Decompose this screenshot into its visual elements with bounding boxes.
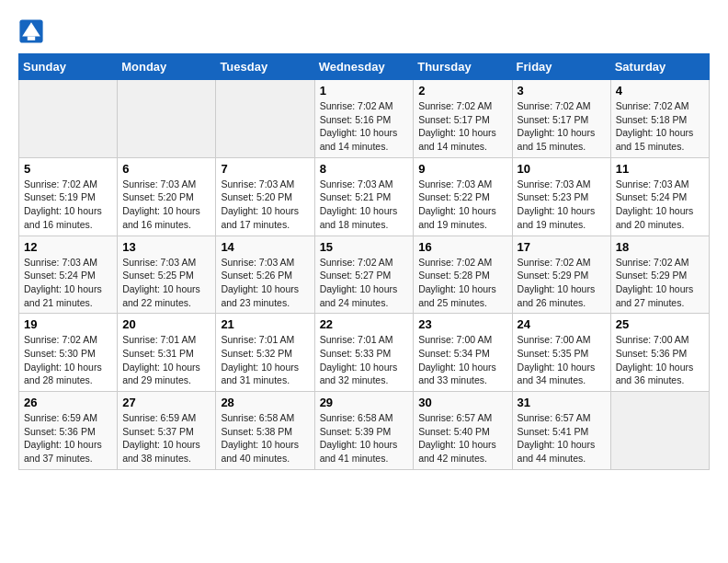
calendar-day-cell: 25Sunrise: 7:00 AM Sunset: 5:36 PM Dayli… xyxy=(610,314,709,392)
day-info: Sunrise: 6:58 AM Sunset: 5:38 PM Dayligh… xyxy=(221,411,309,465)
calendar-day-cell: 16Sunrise: 7:02 AM Sunset: 5:28 PM Dayli… xyxy=(414,236,512,314)
day-info: Sunrise: 7:01 AM Sunset: 5:31 PM Dayligh… xyxy=(122,333,210,387)
calendar-day-cell: 20Sunrise: 7:01 AM Sunset: 5:31 PM Dayli… xyxy=(118,314,216,392)
calendar-day-cell xyxy=(610,392,709,470)
day-number: 27 xyxy=(122,396,210,409)
day-info: Sunrise: 7:02 AM Sunset: 5:18 PM Dayligh… xyxy=(616,99,704,154)
calendar-day-cell: 21Sunrise: 7:01 AM Sunset: 5:32 PM Dayli… xyxy=(216,314,314,392)
day-info: Sunrise: 7:03 AM Sunset: 5:22 PM Dayligh… xyxy=(418,178,506,232)
day-number: 28 xyxy=(221,396,309,409)
calendar-day-cell: 18Sunrise: 7:02 AM Sunset: 5:29 PM Dayli… xyxy=(610,236,709,314)
calendar-day-cell: 13Sunrise: 7:03 AM Sunset: 5:25 PM Dayli… xyxy=(118,236,216,314)
day-info: Sunrise: 7:02 AM Sunset: 5:27 PM Dayligh… xyxy=(320,256,409,310)
day-number: 29 xyxy=(320,396,409,409)
day-of-week-header: Thursday xyxy=(414,54,512,80)
day-number: 8 xyxy=(320,162,409,176)
day-info: Sunrise: 7:02 AM Sunset: 5:30 PM Dayligh… xyxy=(24,333,112,387)
calendar-day-cell: 27Sunrise: 6:59 AM Sunset: 5:37 PM Dayli… xyxy=(118,392,216,470)
calendar-day-cell: 3Sunrise: 7:02 AM Sunset: 5:17 PM Daylig… xyxy=(512,80,610,158)
day-info: Sunrise: 7:00 AM Sunset: 5:34 PM Dayligh… xyxy=(418,333,506,387)
calendar-table: SundayMondayTuesdayWednesdayThursdayFrid… xyxy=(18,53,710,470)
day-of-week-header: Friday xyxy=(512,54,610,80)
day-number: 11 xyxy=(616,162,704,176)
day-info: Sunrise: 7:02 AM Sunset: 5:29 PM Dayligh… xyxy=(616,256,704,310)
day-number: 31 xyxy=(518,396,606,409)
day-of-week-header: Sunday xyxy=(19,54,118,80)
day-number: 26 xyxy=(24,396,112,409)
day-number: 7 xyxy=(221,162,309,176)
day-info: Sunrise: 7:03 AM Sunset: 5:20 PM Dayligh… xyxy=(122,178,210,232)
calendar-day-cell: 15Sunrise: 7:02 AM Sunset: 5:27 PM Dayli… xyxy=(314,236,414,314)
calendar-day-cell: 26Sunrise: 6:59 AM Sunset: 5:36 PM Dayli… xyxy=(19,392,118,470)
day-info: Sunrise: 7:03 AM Sunset: 5:24 PM Dayligh… xyxy=(24,256,112,310)
day-info: Sunrise: 6:57 AM Sunset: 5:41 PM Dayligh… xyxy=(518,411,606,465)
day-number: 6 xyxy=(122,162,210,176)
day-of-week-header: Monday xyxy=(118,54,216,80)
day-info: Sunrise: 7:03 AM Sunset: 5:20 PM Dayligh… xyxy=(221,178,309,232)
day-of-week-header: Wednesday xyxy=(314,54,414,80)
day-info: Sunrise: 7:03 AM Sunset: 5:25 PM Dayligh… xyxy=(122,256,210,310)
day-number: 10 xyxy=(518,162,606,176)
day-number: 1 xyxy=(320,84,409,98)
day-info: Sunrise: 7:00 AM Sunset: 5:35 PM Dayligh… xyxy=(518,333,606,387)
day-info: Sunrise: 7:02 AM Sunset: 5:19 PM Dayligh… xyxy=(24,178,112,232)
calendar-day-cell: 7Sunrise: 7:03 AM Sunset: 5:20 PM Daylig… xyxy=(216,157,314,236)
calendar-day-cell: 2Sunrise: 7:02 AM Sunset: 5:17 PM Daylig… xyxy=(414,80,512,158)
day-number: 9 xyxy=(418,162,506,176)
day-number: 14 xyxy=(221,240,309,254)
calendar-week-row: 1Sunrise: 7:02 AM Sunset: 5:16 PM Daylig… xyxy=(19,80,710,158)
day-info: Sunrise: 7:02 AM Sunset: 5:17 PM Dayligh… xyxy=(518,99,606,154)
day-number: 5 xyxy=(24,162,112,176)
day-number: 12 xyxy=(24,240,112,254)
day-info: Sunrise: 6:57 AM Sunset: 5:40 PM Dayligh… xyxy=(418,411,506,465)
calendar-day-cell: 30Sunrise: 6:57 AM Sunset: 5:40 PM Dayli… xyxy=(414,392,512,470)
calendar-day-cell: 17Sunrise: 7:02 AM Sunset: 5:29 PM Dayli… xyxy=(512,236,610,314)
calendar-day-cell: 19Sunrise: 7:02 AM Sunset: 5:30 PM Dayli… xyxy=(19,314,118,392)
day-number: 16 xyxy=(418,240,506,254)
day-info: Sunrise: 7:02 AM Sunset: 5:29 PM Dayligh… xyxy=(518,256,606,310)
calendar-day-cell: 24Sunrise: 7:00 AM Sunset: 5:35 PM Dayli… xyxy=(512,314,610,392)
calendar-day-cell: 1Sunrise: 7:02 AM Sunset: 5:16 PM Daylig… xyxy=(314,80,414,158)
calendar-day-cell: 23Sunrise: 7:00 AM Sunset: 5:34 PM Dayli… xyxy=(414,314,512,392)
page-header xyxy=(18,18,710,44)
calendar-week-row: 5Sunrise: 7:02 AM Sunset: 5:19 PM Daylig… xyxy=(19,157,710,236)
calendar-day-cell: 8Sunrise: 7:03 AM Sunset: 5:21 PM Daylig… xyxy=(314,157,414,236)
day-number: 17 xyxy=(518,240,606,254)
day-number: 20 xyxy=(122,317,210,331)
day-info: Sunrise: 6:59 AM Sunset: 5:37 PM Dayligh… xyxy=(122,411,210,465)
day-info: Sunrise: 7:03 AM Sunset: 5:23 PM Dayligh… xyxy=(518,178,606,232)
day-number: 15 xyxy=(320,240,409,254)
calendar-day-cell: 11Sunrise: 7:03 AM Sunset: 5:24 PM Dayli… xyxy=(610,157,709,236)
day-of-week-header: Tuesday xyxy=(216,54,314,80)
logo xyxy=(18,18,48,44)
day-info: Sunrise: 6:59 AM Sunset: 5:36 PM Dayligh… xyxy=(24,411,112,465)
calendar-day-cell: 6Sunrise: 7:03 AM Sunset: 5:20 PM Daylig… xyxy=(118,157,216,236)
day-number: 4 xyxy=(616,84,704,98)
day-info: Sunrise: 7:00 AM Sunset: 5:36 PM Dayligh… xyxy=(616,333,704,387)
day-info: Sunrise: 7:02 AM Sunset: 5:16 PM Dayligh… xyxy=(320,99,409,154)
calendar-day-cell: 5Sunrise: 7:02 AM Sunset: 5:19 PM Daylig… xyxy=(19,157,118,236)
calendar-week-row: 12Sunrise: 7:03 AM Sunset: 5:24 PM Dayli… xyxy=(19,236,710,314)
day-info: Sunrise: 7:03 AM Sunset: 5:21 PM Dayligh… xyxy=(320,178,409,232)
calendar-day-cell xyxy=(216,80,314,158)
calendar-day-cell xyxy=(19,80,118,158)
calendar-day-cell: 22Sunrise: 7:01 AM Sunset: 5:33 PM Dayli… xyxy=(314,314,414,392)
day-number: 3 xyxy=(518,84,606,98)
logo-icon xyxy=(18,18,44,44)
calendar-day-cell: 31Sunrise: 6:57 AM Sunset: 5:41 PM Dayli… xyxy=(512,392,610,470)
day-info: Sunrise: 7:03 AM Sunset: 5:24 PM Dayligh… xyxy=(616,178,704,232)
calendar-day-cell: 12Sunrise: 7:03 AM Sunset: 5:24 PM Dayli… xyxy=(19,236,118,314)
day-info: Sunrise: 6:58 AM Sunset: 5:39 PM Dayligh… xyxy=(320,411,409,465)
day-number: 18 xyxy=(616,240,704,254)
day-number: 22 xyxy=(320,317,409,331)
calendar-header-row: SundayMondayTuesdayWednesdayThursdayFrid… xyxy=(19,54,710,80)
day-number: 23 xyxy=(418,317,506,331)
day-number: 25 xyxy=(616,317,704,331)
day-number: 2 xyxy=(418,84,506,98)
svg-rect-2 xyxy=(28,37,35,40)
calendar-day-cell: 28Sunrise: 6:58 AM Sunset: 5:38 PM Dayli… xyxy=(216,392,314,470)
calendar-week-row: 26Sunrise: 6:59 AM Sunset: 5:36 PM Dayli… xyxy=(19,392,710,470)
day-info: Sunrise: 7:01 AM Sunset: 5:33 PM Dayligh… xyxy=(320,333,409,387)
calendar-day-cell: 9Sunrise: 7:03 AM Sunset: 5:22 PM Daylig… xyxy=(414,157,512,236)
calendar-day-cell: 10Sunrise: 7:03 AM Sunset: 5:23 PM Dayli… xyxy=(512,157,610,236)
